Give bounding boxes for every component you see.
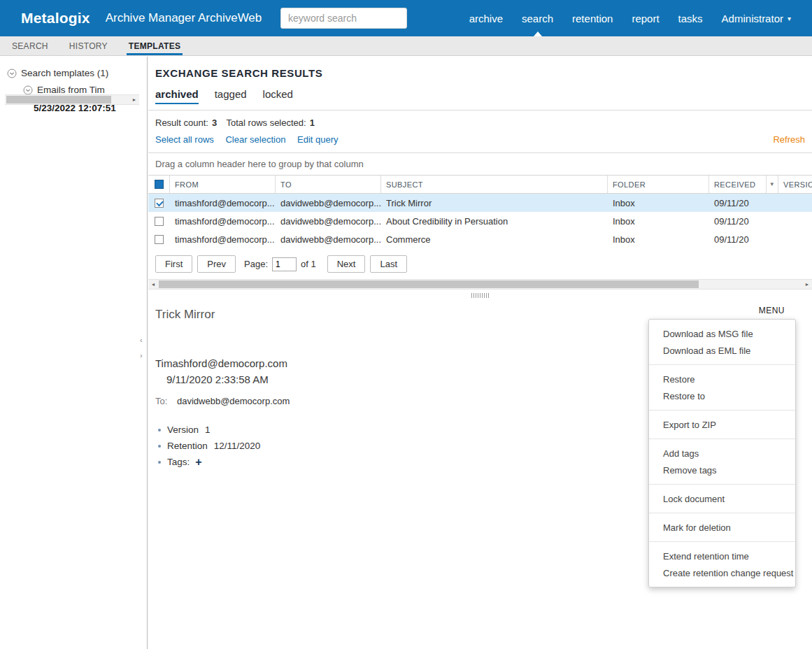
row-checkbox[interactable] xyxy=(155,199,164,208)
menu-item-download-msg[interactable]: Download as MSG file xyxy=(649,325,795,342)
menu-group-retention: Extend retention time Create retention c… xyxy=(649,542,795,587)
to-value: davidwebb@democorp.com xyxy=(177,396,290,406)
bullet-icon xyxy=(158,429,161,432)
column-header-to[interactable]: TO xyxy=(276,176,381,193)
cell-folder: Inbox xyxy=(608,212,709,230)
selected-count-value: 1 xyxy=(310,117,315,128)
cell-version xyxy=(778,194,812,212)
add-tag-button[interactable]: + xyxy=(195,458,201,466)
result-count-label: Result count: xyxy=(155,117,208,128)
menu-item-add-tags[interactable]: Add tags xyxy=(649,445,795,462)
menu-item-extend-retention-time[interactable]: Extend retention time xyxy=(649,548,795,564)
detail-value: 12/11/2020 xyxy=(214,441,261,451)
tab-locked[interactable]: locked xyxy=(263,88,293,104)
first-page-button[interactable]: First xyxy=(155,255,192,273)
app-header: Metalogix Archive Manager ArchiveWeb arc… xyxy=(0,0,812,36)
sidebar-horizontal-scrollbar[interactable]: ► xyxy=(5,94,139,105)
bullet-icon xyxy=(158,445,161,448)
menu-item-restore[interactable]: Restore xyxy=(649,371,795,387)
edit-query-link[interactable]: Edit query xyxy=(297,134,339,145)
result-counts: Result count:3 Total rows selected:1 xyxy=(155,117,812,128)
tab-archived[interactable]: archived xyxy=(155,88,199,104)
row-checkbox[interactable] xyxy=(155,235,164,244)
prev-page-button[interactable]: Prev xyxy=(197,255,236,273)
active-nav-indicator-icon xyxy=(534,31,542,36)
column-header-folder[interactable]: FOLDER xyxy=(608,176,709,193)
clear-selection-link[interactable]: Clear selection xyxy=(225,134,285,145)
last-page-button[interactable]: Last xyxy=(370,255,407,273)
tab-history[interactable]: HISTORY xyxy=(67,36,110,55)
scroll-right-arrow-icon[interactable]: ► xyxy=(802,280,812,289)
tree-collapse-icon[interactable] xyxy=(7,69,17,78)
column-header-version[interactable]: VERSION xyxy=(778,176,812,193)
menu-group-deletion: Mark for deletion xyxy=(649,513,795,542)
tree-node-search-templates[interactable]: Search templates (1) xyxy=(0,68,147,78)
menu-group-download: Download as MSG file Download as EML fil… xyxy=(649,320,795,365)
grid-header-row: FROM TO SUBJECT FOLDER RECEIVED ▼ VERSIO… xyxy=(148,176,812,194)
pagination: First Prev Page: of 1 Next Last xyxy=(155,255,812,273)
item-context-menu: Download as MSG file Download as EML fil… xyxy=(648,319,796,587)
column-header-received-label: RECEIVED xyxy=(714,180,755,189)
table-row[interactable]: timashford@democorp... davidwebb@democor… xyxy=(148,212,812,230)
row-checkbox[interactable] xyxy=(155,217,164,226)
splitter-expand-icon[interactable]: › xyxy=(140,352,143,359)
tab-search[interactable]: SEARCH xyxy=(10,36,50,55)
cell-version xyxy=(778,230,812,248)
tab-templates[interactable]: TEMPLATES xyxy=(127,36,183,55)
tree-node-label: Emails from Tim xyxy=(37,85,105,95)
keyword-search-input[interactable] xyxy=(280,8,407,29)
nav-administrator[interactable]: Administrator ▾ xyxy=(722,0,791,36)
column-header-received[interactable]: RECEIVED ▼ xyxy=(709,176,778,193)
nav-tasks[interactable]: tasks xyxy=(678,0,703,36)
selection-links: Select all rows Clear selection Edit que… xyxy=(155,134,805,145)
refresh-link[interactable]: Refresh xyxy=(773,134,805,145)
tab-tagged[interactable]: tagged xyxy=(215,88,247,104)
scrollbar-thumb[interactable] xyxy=(159,280,699,288)
tree-node-emails-from-tim[interactable]: Emails from Tim xyxy=(0,85,147,95)
app-title: Archive Manager ArchiveWeb xyxy=(106,11,262,25)
received-filter-dropdown-icon[interactable]: ▼ xyxy=(766,176,778,193)
nav-report[interactable]: report xyxy=(632,0,659,36)
scroll-left-arrow-icon[interactable]: ◄ xyxy=(148,280,158,289)
nav-retention[interactable]: retention xyxy=(572,0,613,36)
pane-splitter-grip[interactable] xyxy=(471,293,490,298)
cell-subject: Trick Mirror xyxy=(381,194,608,212)
select-all-checkbox[interactable] xyxy=(155,180,164,189)
nav-archive[interactable]: archive xyxy=(469,0,503,36)
divider xyxy=(148,152,812,153)
nav-search[interactable]: search xyxy=(522,0,553,36)
cell-folder: Inbox xyxy=(608,194,709,212)
menu-item-lock-document[interactable]: Lock document xyxy=(649,490,795,507)
cell-received: 09/11/20 xyxy=(709,212,778,230)
select-all-rows-link[interactable]: Select all rows xyxy=(155,134,214,145)
page-count-label: of 1 xyxy=(301,259,316,269)
cell-version xyxy=(778,212,812,230)
menu-group-restore: Restore Restore to xyxy=(649,365,795,411)
scrollbar-thumb[interactable] xyxy=(6,96,111,104)
menu-item-download-eml[interactable]: Download as EML file xyxy=(649,342,795,359)
result-state-tabs: archived tagged locked xyxy=(155,88,812,104)
select-all-cell xyxy=(148,176,170,193)
page-title: EXCHANGE SEARCH RESULTS xyxy=(155,67,812,79)
scroll-right-arrow-icon[interactable]: ► xyxy=(129,95,139,104)
selected-count-label: Total rows selected: xyxy=(227,117,306,128)
cell-from: timashford@democorp... xyxy=(170,212,276,230)
menu-item-restore-to[interactable]: Restore to xyxy=(649,387,795,404)
menu-item-remove-tags[interactable]: Remove tags xyxy=(649,462,795,478)
menu-item-create-retention-change-request[interactable]: Create retention change request xyxy=(649,564,795,581)
menu-button[interactable]: MENU xyxy=(759,306,785,315)
column-header-subject[interactable]: SUBJECT xyxy=(381,176,608,193)
column-header-from[interactable]: FROM xyxy=(170,176,276,193)
table-row[interactable]: timashford@democorp... davidwebb@democor… xyxy=(148,230,812,248)
page-number-input[interactable] xyxy=(272,257,297,271)
results-grid: FROM TO SUBJECT FOLDER RECEIVED ▼ VERSIO… xyxy=(148,175,812,248)
section-tab-strip: SEARCH HISTORY TEMPLATES xyxy=(0,36,812,56)
menu-item-mark-for-deletion[interactable]: Mark for deletion xyxy=(649,519,795,536)
next-page-button[interactable]: Next xyxy=(327,255,366,273)
menu-item-export-zip[interactable]: Export to ZIP xyxy=(649,416,795,433)
grid-horizontal-scrollbar[interactable]: ◄ ► xyxy=(148,279,812,290)
table-row[interactable]: timashford@democorp... davidwebb@democor… xyxy=(148,194,812,212)
tree-collapse-icon[interactable] xyxy=(23,85,33,95)
tree-node-label: Search templates (1) xyxy=(21,68,108,78)
splitter-collapse-icon[interactable]: ‹ xyxy=(140,336,143,343)
